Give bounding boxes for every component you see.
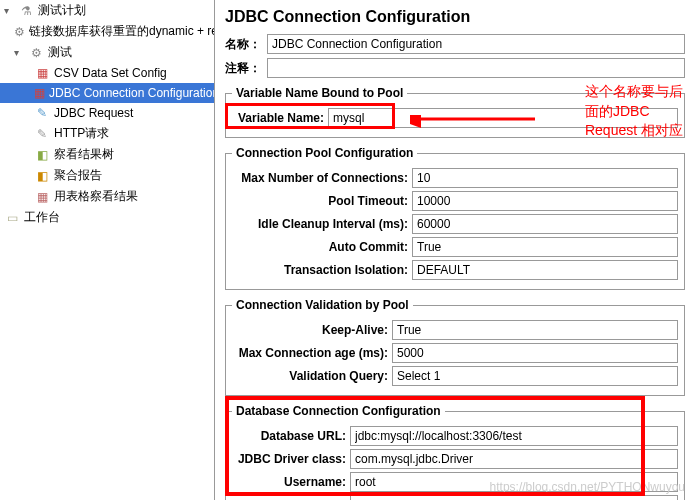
autocommit-label: Auto Commit: bbox=[232, 240, 412, 254]
dropper-icon: ✎ bbox=[34, 126, 50, 142]
maxconn-input[interactable] bbox=[412, 168, 678, 188]
dburl-input[interactable] bbox=[350, 426, 678, 446]
comment-label: 注释： bbox=[225, 60, 267, 77]
maxconn-label: Max Number of Connections: bbox=[232, 171, 412, 185]
name-label: 名称： bbox=[225, 36, 267, 53]
idle-label: Idle Cleanup Interval (ms): bbox=[232, 217, 412, 231]
isolation-input[interactable] bbox=[412, 260, 678, 280]
validation-fieldset: Connection Validation by Pool Keep-Alive… bbox=[225, 298, 685, 396]
csv-icon: ▦ bbox=[34, 65, 50, 81]
main-panel: JDBC Connection Configuration 名称： 注释： Va… bbox=[215, 0, 695, 500]
tree-label: 聚合报告 bbox=[54, 167, 102, 184]
gear-icon: ⚙ bbox=[28, 45, 44, 61]
tree-sidebar: ▾ ⚗ 测试计划 ⚙ 链接数据库获得重置的dynamic + res ▾ ⚙ 测… bbox=[0, 0, 215, 500]
tree-item[interactable]: ◧ 聚合报告 bbox=[0, 165, 214, 186]
pass-input[interactable] bbox=[350, 495, 678, 500]
pool-fieldset: Connection Pool Configuration Max Number… bbox=[225, 146, 685, 290]
tree-item[interactable]: ⚙ 链接数据库获得重置的dynamic + res bbox=[0, 21, 214, 42]
tree-label: 用表格察看结果 bbox=[54, 188, 138, 205]
tree-label: JDBC Request bbox=[54, 106, 133, 120]
tree-item[interactable]: ▦ CSV Data Set Config bbox=[0, 63, 214, 83]
maxage-input[interactable] bbox=[392, 343, 678, 363]
table-icon: ▦ bbox=[34, 189, 50, 205]
pooltimeout-input[interactable] bbox=[412, 191, 678, 211]
dbconn-legend: Database Connection Configuration bbox=[232, 404, 445, 418]
expand-icon[interactable]: ▾ bbox=[14, 47, 24, 58]
tree-item[interactable]: ▾ ⚙ 测试 bbox=[0, 42, 214, 63]
name-input[interactable] bbox=[267, 34, 685, 54]
tree-label: 察看结果树 bbox=[54, 146, 114, 163]
report-icon: ◧ bbox=[34, 168, 50, 184]
tree-label: 测试 bbox=[48, 44, 72, 61]
pool-legend: Connection Pool Configuration bbox=[232, 146, 417, 160]
page-title: JDBC Connection Configuration bbox=[225, 8, 685, 26]
tree-label: 工作台 bbox=[24, 209, 60, 226]
desk-icon: ▭ bbox=[4, 210, 20, 226]
tree-item[interactable]: ✎ JDBC Request bbox=[0, 103, 214, 123]
tree-label: 链接数据库获得重置的dynamic + res bbox=[29, 23, 215, 40]
expand-icon[interactable]: ▾ bbox=[4, 5, 14, 16]
tree-label: JDBC Connection Configuration bbox=[49, 86, 215, 100]
tree-item[interactable]: ▦ 用表格察看结果 bbox=[0, 186, 214, 207]
tree-root-label: 测试计划 bbox=[38, 2, 86, 19]
tree-workbench[interactable]: ▭ 工作台 bbox=[0, 207, 214, 228]
idle-input[interactable] bbox=[412, 214, 678, 234]
tree-label: HTTP请求 bbox=[54, 125, 109, 142]
annotation-text: 这个名称要与后 面的JDBC Request 相对应 bbox=[585, 82, 683, 141]
user-label: Username: bbox=[232, 475, 350, 489]
tree-item-selected[interactable]: ▦ JDBC Connection Configuration bbox=[0, 83, 214, 103]
dropper-icon: ✎ bbox=[34, 105, 50, 121]
watermark: https://blog.csdn.net/PYTHONwuyou bbox=[490, 480, 685, 494]
keepalive-label: Keep-Alive: bbox=[232, 323, 392, 337]
pooltimeout-label: Pool Timeout: bbox=[232, 194, 412, 208]
maxage-label: Max Connection age (ms): bbox=[232, 346, 392, 360]
annotation-arrow-icon bbox=[410, 115, 540, 145]
comment-input[interactable] bbox=[267, 58, 685, 78]
isolation-label: Transaction Isolation: bbox=[232, 263, 412, 277]
dburl-label: Database URL: bbox=[232, 429, 350, 443]
valquery-input[interactable] bbox=[392, 366, 678, 386]
varname-legend: Variable Name Bound to Pool bbox=[232, 86, 407, 100]
validation-legend: Connection Validation by Pool bbox=[232, 298, 413, 312]
autocommit-input[interactable] bbox=[412, 237, 678, 257]
tree-root[interactable]: ▾ ⚗ 测试计划 bbox=[0, 0, 214, 21]
tree-label: CSV Data Set Config bbox=[54, 66, 167, 80]
gear-icon: ⚙ bbox=[14, 24, 25, 40]
driver-input[interactable] bbox=[350, 449, 678, 469]
tree-item[interactable]: ◧ 察看结果树 bbox=[0, 144, 214, 165]
varname-label: Variable Name: bbox=[232, 111, 328, 125]
keepalive-input[interactable] bbox=[392, 320, 678, 340]
valquery-label: Validation Query: bbox=[232, 369, 392, 383]
tree-item[interactable]: ✎ HTTP请求 bbox=[0, 123, 214, 144]
tree-icon: ◧ bbox=[34, 147, 50, 163]
db-icon: ▦ bbox=[34, 85, 45, 101]
driver-label: JDBC Driver class: bbox=[232, 452, 350, 466]
flask-icon: ⚗ bbox=[18, 3, 34, 19]
